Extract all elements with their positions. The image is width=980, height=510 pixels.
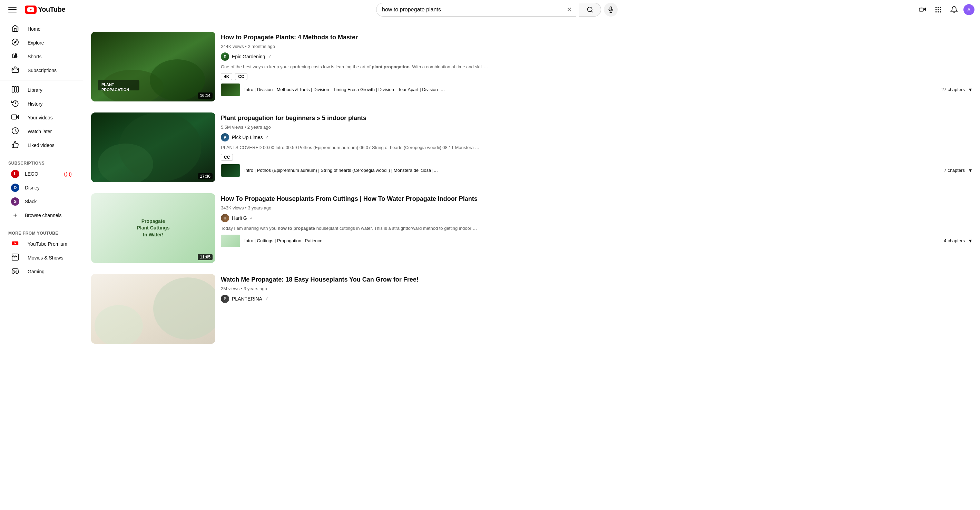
- channel-row-4: P PLANTERINA ✓: [221, 295, 972, 303]
- youtube-logo-icon: [25, 6, 37, 14]
- notifications-button[interactable]: [948, 3, 961, 16]
- channel-avatar-3: H: [221, 214, 229, 222]
- create-button[interactable]: [916, 3, 929, 16]
- svg-text:PLANT: PLANT: [102, 83, 114, 87]
- sidebar: Home Explore Shorts Subscr: [0, 19, 83, 356]
- browse-channels-icon: +: [11, 211, 19, 219]
- sidebar-item-home[interactable]: Home: [3, 22, 80, 36]
- sidebar-item-liked-videos[interactable]: Liked videos: [3, 138, 80, 152]
- video-result-1[interactable]: PLANT PROPAGATION 16:14 How to Propagate…: [83, 26, 980, 107]
- apps-button[interactable]: [932, 3, 945, 16]
- channel-row-3: H Harli G ✓: [221, 214, 972, 222]
- svg-point-3: [587, 7, 592, 11]
- sidebar-item-disney[interactable]: D Disney: [3, 181, 80, 195]
- video-desc-2: PLANTS COVERED 00:00 Intro 00:59 Pothos …: [221, 144, 972, 151]
- thumbnail-1: PLANT PROPAGATION 16:14: [91, 32, 215, 102]
- sidebar-divider-1: [0, 80, 83, 80]
- thumbnail-image-4: [91, 274, 215, 344]
- sidebar-item-history-label: History: [28, 101, 43, 106]
- header-right: A: [905, 3, 974, 16]
- verified-icon-3: ✓: [250, 216, 253, 221]
- chapter-thumb-2: [221, 164, 240, 177]
- sidebar-item-your-videos[interactable]: Your videos: [3, 111, 80, 125]
- chapters-expand-1[interactable]: ▾: [969, 86, 972, 93]
- movies-shows-icon: [11, 253, 19, 262]
- sidebar-item-explore[interactable]: Explore: [3, 36, 80, 50]
- video-info-4: Watch Me Propagate: 18 Easy Houseplants …: [221, 274, 972, 344]
- sidebar-item-slack[interactable]: S Slack: [3, 195, 80, 208]
- sidebar-item-subscriptions[interactable]: Subscriptions: [3, 64, 80, 77]
- channel-row-2: P Pick Up Limes ✓: [221, 133, 972, 141]
- sidebar-item-home-label: Home: [28, 26, 40, 32]
- sidebar-item-watch-later-label: Watch later: [28, 129, 52, 134]
- hamburger-button[interactable]: [6, 3, 19, 17]
- svg-point-35: [150, 59, 205, 101]
- svg-point-11: [940, 6, 941, 8]
- video-desc-1: One of the best ways to keep your garden…: [221, 64, 972, 70]
- gaming-label: Gaming: [28, 269, 45, 274]
- svg-point-14: [940, 9, 941, 10]
- youtube-logo[interactable]: YouTube: [25, 6, 65, 14]
- verified-icon-2: ✓: [266, 135, 269, 140]
- svg-point-12: [935, 9, 937, 10]
- video-title-2: Plant propagation for beginners » 5 indo…: [221, 114, 972, 122]
- sidebar-item-shorts[interactable]: Shorts: [3, 50, 80, 64]
- home-icon: [11, 24, 19, 34]
- sidebar-item-browse-channels[interactable]: + Browse channels: [3, 208, 80, 222]
- sidebar-item-gaming[interactable]: Gaming: [3, 265, 80, 278]
- channel-avatar-2: P: [221, 133, 229, 141]
- chapters-expand-2[interactable]: ▾: [969, 167, 972, 173]
- history-icon: [11, 99, 19, 109]
- library-icon: [11, 86, 19, 95]
- gaming-icon: [11, 267, 19, 276]
- svg-rect-28: [12, 254, 18, 260]
- sidebar-divider-2: [0, 155, 83, 155]
- search-clear-button[interactable]: ✕: [562, 6, 576, 13]
- movies-shows-label: Movies & Shows: [28, 255, 63, 261]
- duration-badge-1: 16:14: [198, 92, 213, 99]
- search-button[interactable]: [579, 3, 601, 17]
- verified-icon-4: ✓: [265, 296, 269, 301]
- header-left: YouTube: [6, 3, 88, 17]
- video-result-3[interactable]: PropagatePlant CuttingsIn Water! 11:05 H…: [83, 188, 980, 269]
- youtube-logo-text: YouTube: [38, 6, 65, 13]
- chapters-expand-3[interactable]: ▾: [969, 237, 972, 244]
- sidebar-item-watch-later[interactable]: Watch later: [3, 125, 80, 138]
- video-result-2[interactable]: 17:36 Plant propagation for beginners » …: [83, 107, 980, 188]
- svg-point-16: [937, 11, 939, 13]
- video-title-1: How to Propagate Plants: 4 Methods to Ma…: [221, 33, 972, 42]
- results-list: PLANT PROPAGATION 16:14 How to Propagate…: [83, 26, 980, 349]
- time-1: 2 months ago: [248, 44, 275, 49]
- channel-name-2: Pick Up Limes: [232, 135, 262, 140]
- lego-live-icon: ((·)): [64, 171, 72, 177]
- subscriptions-icon: [11, 66, 19, 75]
- sidebar-item-library[interactable]: Library: [3, 83, 80, 97]
- browse-channels-label: Browse channels: [25, 213, 62, 218]
- video-result-4[interactable]: Watch Me Propagate: 18 Easy Houseplants …: [83, 269, 980, 349]
- chapter-thumb-3: [221, 235, 240, 247]
- avatar[interactable]: A: [963, 4, 974, 15]
- dot-2: •: [245, 125, 247, 130]
- sidebar-item-youtube-premium[interactable]: YouTube Premium: [3, 237, 80, 251]
- verified-icon-1: ✓: [268, 54, 272, 59]
- sidebar-item-lego[interactable]: L LEGO ((·)): [3, 167, 80, 181]
- sidebar-item-liked-videos-label: Liked videos: [28, 143, 54, 148]
- time-4: 3 years ago: [243, 286, 267, 291]
- svg-point-32: [17, 271, 17, 272]
- svg-text:PROPAGATION: PROPAGATION: [102, 87, 129, 92]
- sidebar-item-movies-shows[interactable]: Movies & Shows: [3, 251, 80, 265]
- sidebar-item-explore-label: Explore: [28, 40, 44, 46]
- svg-point-18: [12, 39, 18, 45]
- duration-badge-2: 17:36: [198, 173, 213, 180]
- header: YouTube ✕: [0, 0, 980, 19]
- search-bar: ✕: [376, 3, 576, 17]
- search-input[interactable]: [377, 3, 562, 16]
- badge-row-2: CC: [221, 154, 972, 161]
- thumb-3-overlay-text: PropagatePlant CuttingsIn Water!: [134, 215, 173, 241]
- sidebar-item-history[interactable]: History: [3, 97, 80, 111]
- svg-point-31: [16, 270, 17, 271]
- watch-later-icon: [11, 127, 19, 136]
- svg-rect-21: [15, 86, 16, 92]
- svg-rect-4: [610, 6, 612, 10]
- voice-search-button[interactable]: [604, 3, 618, 17]
